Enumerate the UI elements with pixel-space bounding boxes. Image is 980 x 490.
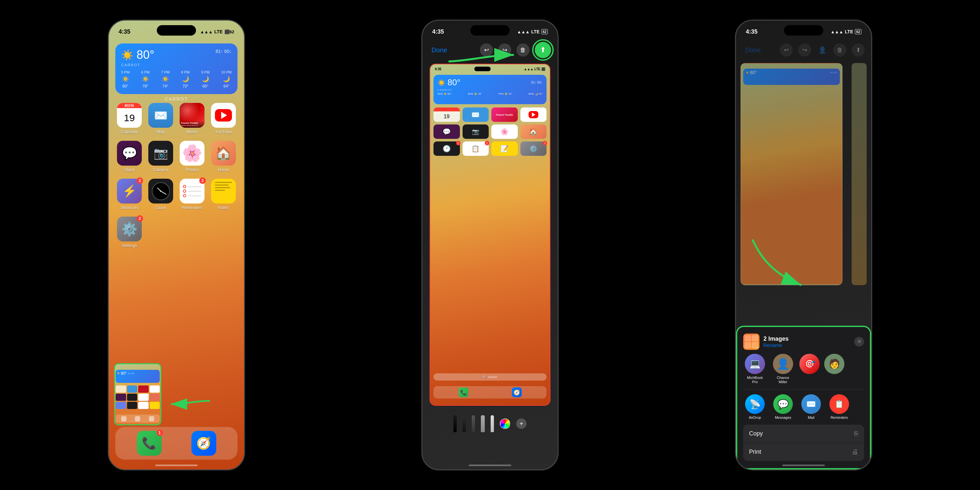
app-notes[interactable]: Notes (209, 179, 237, 210)
trash-button[interactable]: 🗑 (517, 43, 530, 57)
signal-icon-2: ▲▲▲ (517, 29, 530, 34)
copy-action[interactable]: Copy ⎘ (743, 425, 864, 442)
lte-label-3: LTE (845, 29, 853, 34)
app-calendar[interactable]: MON 19 Calendar (115, 103, 143, 134)
home-indicator-2 (469, 465, 511, 466)
settings-icon: ⚙️ 2 (117, 216, 142, 242)
share-app-messages[interactable]: 💬 Messages (771, 394, 795, 420)
print-icon: 🖨 (852, 448, 858, 456)
app-music[interactable]: Francis Trouble Albert Hammond Jr. ♪ Mus… (178, 103, 206, 134)
share-title: 2 Images (764, 336, 789, 342)
weather-widget: ☀️ 80° 81↑ 60↓ CARROT 5 PM☀️80° 6 PM☀️78… (115, 43, 237, 94)
cal-header: MON (117, 103, 142, 108)
michbook-avatar: 💻 (745, 354, 765, 374)
music-icon: Francis Trouble Albert Hammond Jr. ♪ (180, 103, 205, 128)
slack-icon: 💬 (117, 141, 142, 165)
pen-tool-4[interactable] (481, 415, 485, 432)
dock-phone[interactable]: 📞 1 (137, 431, 162, 456)
share-button-2[interactable]: ⬆ (535, 42, 551, 58)
pen-tool-2[interactable] (463, 415, 466, 432)
app-shortcuts[interactable]: ⚡ 2 Shortcuts (115, 179, 143, 210)
editor-toolbar-3: Done ↩ ↪ 👤 🗑 ⬆ (736, 40, 871, 60)
phone-2: 4:35 ▲▲▲ LTE 62 Done ↩ ↪ 🗑 ⬆ (422, 20, 558, 470)
pen-tool-1[interactable] (453, 415, 457, 432)
pen-tool-5[interactable] (491, 415, 494, 432)
messages-label: Messages (775, 415, 791, 420)
status-time-2: 4:35 (432, 29, 444, 35)
mail-share-label: Mail (808, 415, 815, 420)
status-icons-3: ▲▲▲ LTE 62 (831, 29, 861, 34)
person3-avatar: 🎯 (799, 354, 819, 374)
dock-safari[interactable]: 🧭 (191, 431, 216, 456)
trash-button-3: 🗑 (833, 43, 846, 57)
mail-share-icon: ✉️ (801, 394, 821, 414)
weather-source: CARROT (121, 63, 232, 67)
reminders-icon: 2 (180, 179, 205, 204)
settings-label: Settings (122, 243, 137, 248)
trash-icon: 🗑 (520, 47, 526, 54)
person-4[interactable]: 🧑 (824, 354, 845, 384)
pen-tool-3[interactable] (472, 415, 475, 432)
app-home[interactable]: 🏠 Home (209, 141, 237, 172)
redo-button-3: ↪ (798, 43, 811, 57)
person-3[interactable]: 🎯 (799, 354, 819, 384)
screenshot-preview: 4:35 ▲▲▲ LTE ⬛ ☀️ 80° 81↑ 60↓ CARROT 5PM… (430, 64, 550, 406)
rename-button[interactable]: Rename (764, 342, 789, 348)
app-reminders[interactable]: 2 Reminders (178, 179, 206, 210)
undo-button-3: ↩ (780, 43, 793, 57)
print-action[interactable]: Print 🖨 (743, 443, 864, 461)
redo-button[interactable]: ↪ (498, 43, 511, 57)
share-sheet: 2 Images Rename ✕ 💻 MichBookPro 👤 Chance… (736, 326, 871, 469)
home-indicator-1 (155, 465, 197, 466)
share-thumbnail (743, 334, 759, 350)
share-icon: ⬆ (540, 46, 546, 54)
person-michbook[interactable]: 💻 MichBookPro (743, 354, 767, 384)
photos-label: Photos (186, 167, 199, 172)
done-button-2[interactable]: Done (429, 44, 450, 57)
color-picker[interactable] (500, 418, 510, 429)
app-photos[interactable]: 🌸 Photos (178, 141, 206, 172)
app-settings[interactable]: ⚙️ 2 Settings (115, 216, 143, 248)
home-icon: 🏠 (211, 141, 236, 165)
app-slack[interactable]: 💬 Slack (115, 141, 143, 172)
app-camera[interactable]: 📷 Camera (147, 141, 175, 172)
lte-label-1: LTE (214, 29, 223, 34)
weather-sun-icon: ☀️ (121, 49, 133, 61)
add-tool-button[interactable]: + (516, 418, 527, 429)
person-icon-3: 👤 (816, 44, 828, 56)
mail-label: Mail (157, 129, 165, 134)
carrot-label: CARROT (109, 96, 244, 102)
airdrop-icon: 📡 (745, 394, 765, 414)
dynamic-island-1 (157, 25, 196, 36)
redo-icon: ↪ (503, 46, 508, 54)
home-indicator-3 (783, 465, 825, 466)
shortcuts-icon: ⚡ 2 (117, 179, 142, 204)
lte-label-2: LTE (531, 29, 539, 34)
reminders-label: Reminders (182, 205, 202, 210)
home-label: Home (218, 167, 229, 172)
dynamic-island-2 (470, 25, 510, 36)
weather-hours: 5 PM☀️80° 6 PM☀️78° 7 PM☀️74° 8 PM🌙70° 9… (121, 70, 232, 89)
screenshot-thumbnail[interactable]: ☀️80°81↑ 60↓ (114, 363, 161, 425)
share-app-mail[interactable]: ✉️ Mail (799, 394, 823, 420)
share-app-airdrop[interactable]: 📡 AirDrop (743, 394, 767, 420)
shortcuts-label: Shortcuts (121, 205, 138, 210)
phone-3: 4:35 ▲▲▲ LTE 62 Done ↩ ↪ 👤 🗑 ⬆ ☀️80°81↑ … (735, 20, 872, 470)
undo-button[interactable]: ↩ (480, 43, 493, 57)
app-youtube[interactable]: YouTube (209, 103, 237, 134)
calendar-label: Calendar (121, 129, 138, 134)
person-chance[interactable]: 👤 ChanceMiller (771, 354, 795, 384)
weather-temp: 80° (137, 48, 154, 62)
app-mail[interactable]: ✉️ Mail (147, 103, 175, 134)
weather-range: 81↑ 60↓ (216, 49, 232, 54)
status-time-3: 4:35 (746, 29, 757, 35)
signal-icon-1: ▲▲▲ (200, 29, 213, 34)
copy-label: Copy (749, 430, 763, 437)
share-app-reminders[interactable]: 📋 Reminders (827, 394, 851, 420)
chance-avatar: 👤 (773, 354, 793, 374)
arrow-left-phone1 (164, 391, 213, 410)
close-share-button[interactable]: ✕ (854, 337, 864, 347)
signal-icon-3: ▲▲▲ (831, 29, 843, 34)
share-button-wrapper: ⬆ (535, 42, 551, 58)
app-clock[interactable]: Clock (147, 179, 175, 210)
